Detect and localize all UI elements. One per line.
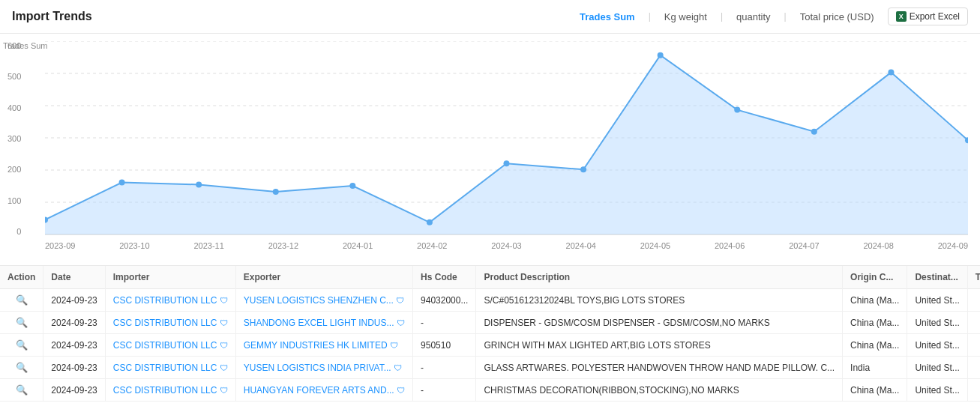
- x-axis: 2023-09 2023-10 2023-11 2023-12 2024-01 …: [45, 238, 968, 250]
- col-header-total-price: Total Pri...: [967, 266, 980, 289]
- exporter-icon[interactable]: 🛡: [397, 318, 405, 327]
- row-destination: United St...: [907, 289, 967, 312]
- export-excel-button[interactable]: X Export Excel: [888, 7, 968, 25]
- exporter-link[interactable]: GEMMY INDUSTRIES HK LIMITED: [244, 340, 388, 351]
- importer-icon[interactable]: 🛡: [220, 296, 228, 305]
- search-icon[interactable]: 🔍: [16, 317, 28, 328]
- row-hs-code: -: [413, 379, 476, 402]
- x-tick-1: 2023-10: [119, 241, 149, 250]
- exporter-link[interactable]: YUSEN LOGISTICS SHENZHEN C...: [244, 295, 394, 306]
- exporter-icon[interactable]: 🛡: [397, 386, 405, 395]
- excel-icon: X: [896, 11, 907, 22]
- row-action[interactable]: 🔍: [0, 312, 43, 334]
- row-exporter: YUSEN LOGISTICS INDIA PRIVAT... 🛡: [235, 357, 412, 379]
- table-header-row: Action Date Importer Exporter Hs Code Pr…: [0, 266, 980, 289]
- row-product-desc: GLASS ARTWARES. POLYESTER HANDWOVEN THRO…: [476, 357, 843, 379]
- row-total-price: -: [967, 334, 980, 357]
- x-tick-6: 2024-03: [491, 241, 521, 250]
- row-total-price: -: [967, 357, 980, 379]
- importer-link[interactable]: CSC DISTRIBUTION LLC: [113, 295, 217, 306]
- importer-link[interactable]: CSC DISTRIBUTION LLC: [113, 318, 217, 328]
- exporter-icon[interactable]: 🛡: [396, 296, 404, 305]
- svg-point-15: [580, 166, 586, 172]
- row-destination: United St...: [907, 357, 967, 379]
- svg-point-9: [119, 180, 125, 186]
- search-icon[interactable]: 🔍: [16, 294, 28, 306]
- page-title: Import Trends: [12, 10, 572, 23]
- row-product-desc: S/C#051612312024BL TOYS,BIG LOTS STORES: [476, 289, 843, 312]
- row-destination: United St...: [907, 379, 967, 402]
- row-total-price: -: [967, 312, 980, 334]
- row-exporter: YUSEN LOGISTICS SHENZHEN C... 🛡: [235, 289, 412, 312]
- row-action[interactable]: 🔍: [0, 334, 43, 357]
- row-action[interactable]: 🔍: [0, 357, 43, 379]
- x-tick-5: 2024-02: [417, 241, 447, 250]
- col-header-origin: Origin C...: [843, 266, 907, 289]
- x-tick-3: 2023-12: [268, 241, 298, 250]
- svg-point-18: [811, 129, 817, 135]
- x-tick-0: 2023-09: [45, 241, 75, 250]
- col-header-action: Action: [0, 266, 43, 289]
- svg-point-11: [273, 189, 279, 195]
- col-header-destination: Destinat...: [907, 266, 967, 289]
- col-header-exporter: Exporter: [235, 266, 412, 289]
- row-destination: United St...: [907, 334, 967, 357]
- row-hs-code: -: [413, 312, 476, 334]
- row-date: 2024-09-23: [43, 379, 105, 402]
- y-tick-500: 500: [7, 72, 21, 81]
- col-header-hs-code: Hs Code: [413, 266, 476, 289]
- row-date: 2024-09-23: [43, 312, 105, 334]
- importer-icon[interactable]: 🛡: [220, 363, 228, 372]
- table-row: 🔍 2024-09-23 CSC DISTRIBUTION LLC 🛡 YUSE…: [0, 289, 980, 312]
- importer-icon[interactable]: 🛡: [220, 341, 228, 350]
- importer-link[interactable]: CSC DISTRIBUTION LLC: [113, 340, 217, 351]
- row-action[interactable]: 🔍: [0, 379, 43, 402]
- row-hs-code: 94032000...: [413, 289, 476, 312]
- tab-kg-weight[interactable]: Kg weight: [657, 8, 715, 25]
- x-tick-8: 2024-05: [640, 241, 670, 250]
- exporter-link[interactable]: YUSEN LOGISTICS INDIA PRIVAT...: [244, 363, 391, 373]
- exporter-icon[interactable]: 🛡: [394, 363, 402, 372]
- svg-point-19: [888, 70, 894, 76]
- y-tick-200: 200: [7, 165, 21, 174]
- row-origin: China (Ma...: [843, 312, 907, 334]
- search-icon[interactable]: 🔍: [16, 362, 28, 373]
- y-tick-100: 100: [7, 196, 21, 205]
- y-tick-400: 400: [7, 103, 21, 112]
- row-origin: India: [843, 357, 907, 379]
- exporter-link[interactable]: SHANDONG EXCEL LIGHT INDUS...: [244, 318, 394, 328]
- x-tick-9: 2024-06: [715, 241, 745, 250]
- row-product-desc: GRINCH WITH MAX LIGHTED ART,BIG LOTS STO…: [476, 334, 843, 357]
- chart-inner: 600 500 400 300 200 100 0 2023-09 2023-1…: [45, 41, 968, 258]
- search-icon[interactable]: 🔍: [16, 339, 28, 351]
- table-row: 🔍 2024-09-23 CSC DISTRIBUTION LLC 🛡 GEMM…: [0, 334, 980, 357]
- y-tick-600: 600: [7, 41, 21, 50]
- svg-point-17: [734, 107, 740, 113]
- importer-link[interactable]: CSC DISTRIBUTION LLC: [113, 363, 217, 373]
- x-tick-4: 2024-01: [343, 241, 373, 250]
- search-icon[interactable]: 🔍: [16, 384, 28, 396]
- importer-icon[interactable]: 🛡: [220, 386, 228, 395]
- tab-total-price[interactable]: Total price (USD): [793, 8, 882, 25]
- x-tick-2: 2023-11: [193, 241, 223, 250]
- row-exporter: HUANGYAN FOREVER ARTS AND... 🛡: [235, 379, 412, 402]
- y-tick-300: 300: [7, 134, 21, 143]
- exporter-icon[interactable]: 🛡: [390, 341, 398, 350]
- col-header-product-desc: Product Description: [476, 266, 843, 289]
- x-tick-10: 2024-07: [789, 241, 819, 250]
- row-total-price: -: [967, 289, 980, 312]
- row-destination: United St...: [907, 312, 967, 334]
- row-importer: CSC DISTRIBUTION LLC 🛡: [105, 289, 235, 312]
- svg-point-12: [349, 183, 355, 189]
- chart-container: Trades Sum: [0, 34, 980, 266]
- row-total-price: -: [967, 379, 980, 402]
- row-action[interactable]: 🔍: [0, 289, 43, 312]
- tab-trades-sum[interactable]: Trades Sum: [572, 8, 643, 25]
- table-row: 🔍 2024-09-23 CSC DISTRIBUTION LLC 🛡 SHAN…: [0, 312, 980, 334]
- header-controls: Trades Sum | Kg weight | quantity | Tota…: [572, 7, 968, 25]
- row-exporter: SHANDONG EXCEL LIGHT INDUS... 🛡: [235, 312, 412, 334]
- importer-link[interactable]: CSC DISTRIBUTION LLC: [113, 385, 217, 396]
- exporter-link[interactable]: HUANGYAN FOREVER ARTS AND...: [244, 385, 394, 396]
- importer-icon[interactable]: 🛡: [220, 318, 228, 327]
- tab-quantity[interactable]: quantity: [729, 8, 778, 25]
